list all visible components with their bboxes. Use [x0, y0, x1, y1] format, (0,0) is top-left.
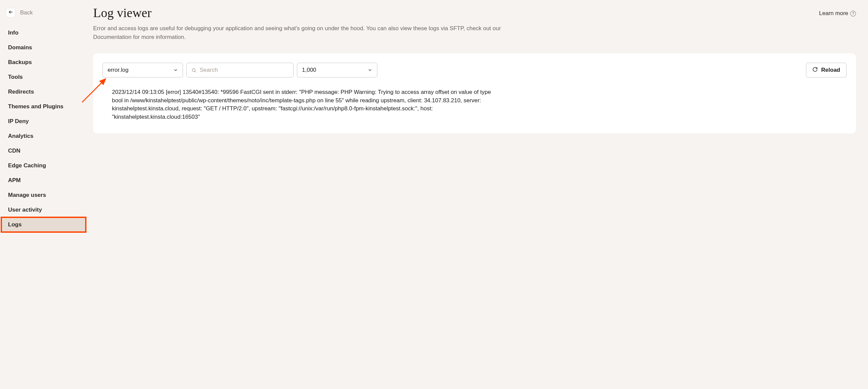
- page-header: Log viewer Learn more ?: [93, 5, 856, 20]
- sidebar-item-backups[interactable]: Backups: [0, 55, 87, 70]
- sidebar-item-domains[interactable]: Domains: [0, 40, 87, 55]
- log-file-selected-value: error.log: [107, 67, 173, 73]
- help-icon: ?: [850, 11, 856, 17]
- line-count-selected-value: 1,000: [302, 67, 368, 73]
- svg-line-2: [195, 71, 196, 72]
- search-input[interactable]: [200, 67, 288, 73]
- sidebar-item-info[interactable]: Info: [0, 26, 87, 40]
- arrow-left-icon: [8, 10, 13, 16]
- reload-label: Reload: [821, 67, 840, 73]
- sidebar-item-analytics[interactable]: Analytics: [0, 129, 87, 144]
- learn-more-label: Learn more: [819, 10, 848, 17]
- log-card: error.log: [93, 53, 856, 133]
- page-title: Log viewer: [93, 5, 152, 20]
- sidebar-item-themes-plugins[interactable]: Themes and Plugins: [0, 99, 87, 114]
- back-button[interactable]: [6, 8, 16, 18]
- search-field-wrap: [186, 63, 293, 78]
- reload-icon: [812, 67, 818, 74]
- line-count-select[interactable]: 1,000: [297, 63, 377, 78]
- sidebar-item-edge-caching[interactable]: Edge Caching: [0, 158, 87, 173]
- sidebar-item-apm[interactable]: APM: [0, 173, 87, 188]
- main-content: Log viewer Learn more ? Error and access…: [87, 0, 868, 389]
- log-file-select[interactable]: error.log: [102, 63, 183, 78]
- search-icon: [191, 68, 196, 73]
- sidebar-item-ip-deny[interactable]: IP Deny: [0, 114, 87, 129]
- chevron-down-icon: [368, 68, 372, 72]
- sidebar-item-user-activity[interactable]: User activity: [0, 203, 87, 217]
- sidebar-item-tools[interactable]: Tools: [0, 70, 87, 85]
- back-row: Back: [0, 8, 87, 26]
- sidebar-item-manage-users[interactable]: Manage users: [0, 188, 87, 203]
- learn-more-link[interactable]: Learn more ?: [819, 10, 856, 17]
- controls-row: error.log: [102, 63, 846, 78]
- sidebar-item-logs[interactable]: Logs: [1, 217, 86, 232]
- sidebar: Back Info Domains Backups Tools Redirect…: [0, 0, 87, 389]
- page-description: Error and access logs are useful for deb…: [93, 24, 522, 41]
- back-label[interactable]: Back: [20, 9, 33, 16]
- chevron-down-icon: [173, 68, 178, 72]
- reload-button[interactable]: Reload: [806, 63, 846, 78]
- log-entry: 2023/12/14 09:13:05 [error] 13540#13540:…: [102, 88, 498, 124]
- sidebar-nav: Info Domains Backups Tools Redirects The…: [0, 26, 87, 232]
- sidebar-item-cdn[interactable]: CDN: [0, 144, 87, 158]
- sidebar-item-redirects[interactable]: Redirects: [0, 85, 87, 99]
